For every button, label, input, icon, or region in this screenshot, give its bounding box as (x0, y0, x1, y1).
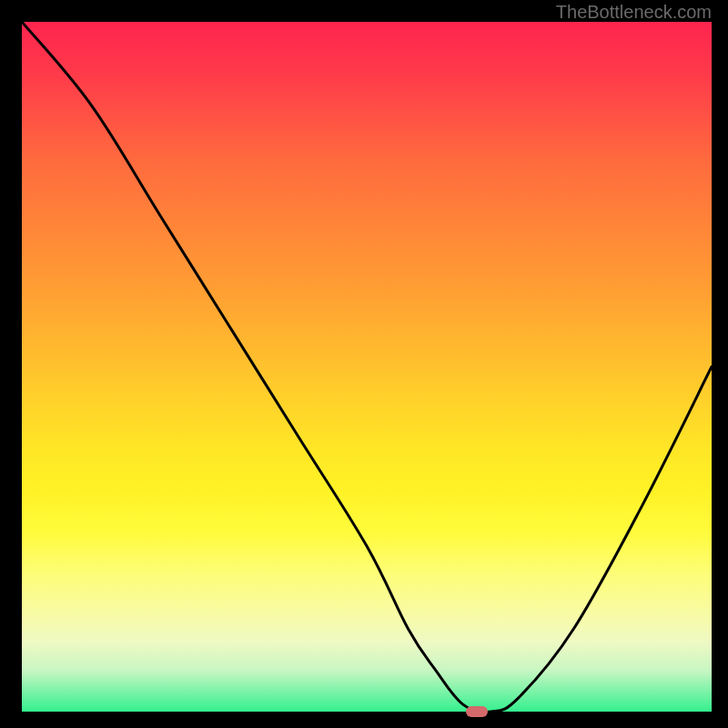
chart-frame: TheBottleneck.com (0, 0, 728, 728)
watermark-text: TheBottleneck.com (556, 2, 712, 23)
bottleneck-curve (22, 22, 712, 712)
plot-area (22, 22, 712, 712)
optimal-point-marker (466, 706, 488, 717)
